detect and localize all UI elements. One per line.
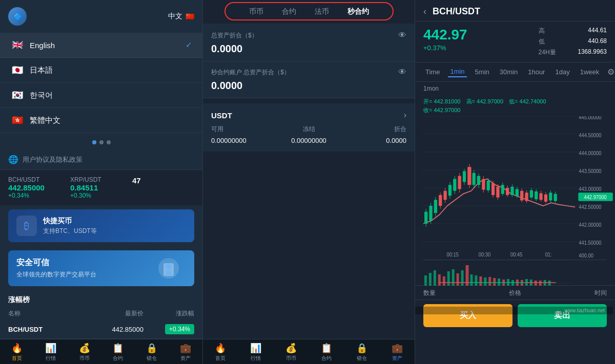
lang-item-korean[interactable]: 🇰🇷 한국어 bbox=[0, 83, 202, 108]
nav-coin[interactable]: 💰 币币 bbox=[68, 342, 101, 362]
change-badge: +0.34% bbox=[165, 324, 194, 334]
svg-rect-95 bbox=[475, 275, 477, 286]
value-xrp: 0.84511 bbox=[70, 183, 132, 192]
tab-contract[interactable]: 合约 bbox=[278, 5, 300, 18]
safe-banner[interactable]: 安全可信 全球领先的数字资产交易平台 bbox=[8, 250, 194, 286]
tab-30min[interactable]: 30min bbox=[498, 67, 520, 77]
svg-text:00:45: 00:45 bbox=[510, 252, 523, 258]
high-value: 444.61 bbox=[578, 27, 607, 35]
candlestick-chart: 442.97000 445.00000 444.50000 444.00000 … bbox=[423, 116, 615, 260]
svg-rect-87 bbox=[438, 274, 441, 286]
account-assets-value: 0.0000 bbox=[211, 80, 406, 92]
col-price: 最新价 bbox=[76, 309, 144, 318]
change-xrp: +0.30% bbox=[70, 192, 132, 199]
col-available: 可用 bbox=[211, 125, 276, 134]
nav-home[interactable]: 🔥 首页 bbox=[0, 342, 34, 362]
tab-coin-label: 币币 bbox=[249, 7, 263, 15]
nav-market-mid[interactable]: 📊 行情 bbox=[238, 342, 274, 362]
lang-label-japanese: 日本語 bbox=[30, 66, 53, 75]
flag-cn: 🇨🇳 bbox=[186, 12, 194, 20]
dot-2 bbox=[99, 140, 104, 144]
assets-icon: 💼 bbox=[180, 342, 191, 354]
price-xrp[interactable]: XRP/USDT 0.84511 +0.30% bbox=[70, 176, 132, 199]
tab-fiat[interactable]: 法币 bbox=[311, 5, 333, 18]
price-other: 47 bbox=[132, 176, 194, 199]
price-bch[interactable]: BCH/USDT 442.85000 +0.34% bbox=[8, 176, 70, 199]
tab-1week[interactable]: 1week bbox=[578, 67, 602, 77]
svg-text:00:15: 00:15 bbox=[446, 252, 459, 258]
user-policy-text: 用户协议及隐私政策 bbox=[23, 155, 83, 164]
tab-time[interactable]: Time bbox=[423, 67, 442, 77]
trade-time-label: 时间 bbox=[594, 289, 607, 297]
svg-point-2 bbox=[166, 264, 172, 270]
chart-settings-icon[interactable]: ⚙ bbox=[607, 67, 614, 77]
nav-coin-label: 币币 bbox=[79, 355, 90, 362]
total-assets-section: 总资产折合（$） 👁 0.0000 bbox=[203, 24, 415, 61]
volume-svg bbox=[423, 260, 607, 286]
nav-assets-mid[interactable]: 💼 资产 bbox=[379, 342, 415, 362]
nav-lock-mid[interactable]: 🔒 锁仓 bbox=[344, 342, 379, 362]
price-left: 442.97 +0.37% bbox=[423, 27, 467, 52]
tab-1hour[interactable]: 1hour bbox=[526, 67, 547, 77]
volume-chart bbox=[423, 260, 607, 285]
lang-item-japanese[interactable]: 🇯🇵 日本語 bbox=[0, 58, 202, 83]
account-assets-header: 秒合约账户 总资产折合（$） 👁 bbox=[211, 68, 406, 77]
promo-title: 快捷买币 bbox=[43, 217, 97, 226]
usdt-columns: 可用 冻结 折合 bbox=[211, 125, 406, 134]
right-header: ‹ BCH/USDT bbox=[415, 0, 615, 22]
total-assets-label-text: 总资产折合（$） bbox=[211, 31, 258, 40]
nav-contract-label: 合约 bbox=[113, 355, 123, 362]
home-icon: 🔥 bbox=[11, 342, 23, 354]
eye-toggle-total[interactable]: 👁 bbox=[398, 31, 406, 40]
svg-rect-92 bbox=[461, 270, 464, 286]
usdt-values: 0.00000000 0.00000000 0.0000 bbox=[211, 137, 406, 144]
table-row[interactable]: BCH/USDT 442.85000 +0.34% bbox=[0, 320, 202, 339]
dot-3 bbox=[107, 140, 111, 144]
lang-item-english[interactable]: 🇬🇧 English ✓ bbox=[0, 33, 202, 58]
lang-item-traditional[interactable]: 🇭🇰 繁體中文 bbox=[0, 108, 202, 133]
low-label: 低 bbox=[539, 37, 568, 46]
coin-icon-mid: 💰 bbox=[285, 342, 297, 354]
tab-second-contract[interactable]: 秒合约 bbox=[343, 5, 373, 18]
tab-5min[interactable]: 5min bbox=[473, 67, 491, 77]
high-label: 高 bbox=[539, 27, 568, 35]
nav-contract-mid[interactable]: 📋 合约 bbox=[309, 342, 344, 362]
language-list: 🇬🇧 English ✓ 🇯🇵 日本語 🇰🇷 한국어 bbox=[0, 33, 202, 135]
promo-banner[interactable]: ₿ 快捷买币 支持BTC、USDT等 bbox=[8, 209, 194, 242]
eye-toggle-account[interactable]: 👁 bbox=[398, 68, 406, 77]
nav-lock[interactable]: 🔒 锁仓 bbox=[135, 342, 169, 362]
svg-text:443.00000: 443.00000 bbox=[579, 186, 602, 192]
svg-rect-84 bbox=[424, 275, 427, 286]
coin-icon: 💰 bbox=[79, 342, 90, 354]
nav-home-label: 首页 bbox=[12, 355, 22, 362]
flag-english: 🇬🇧 bbox=[10, 40, 25, 50]
market-icon-mid: 📊 bbox=[250, 342, 261, 354]
svg-rect-98 bbox=[488, 277, 491, 286]
tab-coin[interactable]: 币币 bbox=[245, 5, 268, 18]
val-available: 0.00000000 bbox=[211, 137, 276, 144]
user-policy[interactable]: 🌐 用户协议及隐私政策 bbox=[0, 149, 202, 170]
change-bch: +0.34% bbox=[8, 192, 70, 199]
svg-rect-88 bbox=[443, 276, 445, 286]
nav-home-mid[interactable]: 🔥 首页 bbox=[203, 342, 238, 362]
value-bch: 442.85000 bbox=[8, 183, 70, 192]
total-assets-label: 总资产折合（$） 👁 bbox=[211, 31, 406, 40]
current-lang[interactable]: 中文 🇨🇳 bbox=[168, 12, 194, 21]
tab-1min[interactable]: 1min bbox=[448, 67, 466, 77]
nav-market[interactable]: 📊 行情 bbox=[34, 342, 68, 362]
usdt-arrow[interactable]: › bbox=[404, 111, 406, 120]
promo-text: 快捷买币 支持BTC、USDT等 bbox=[43, 217, 97, 235]
rank-title: 涨幅榜 bbox=[8, 295, 30, 305]
nav-coin-mid[interactable]: 💰 币币 bbox=[274, 342, 309, 362]
nav-assets[interactable]: 💼 资产 bbox=[169, 342, 202, 362]
back-button[interactable]: ‹ bbox=[423, 6, 426, 17]
usdt-section: USDT › 可用 冻结 折合 0.00000000 0.00000000 0.… bbox=[203, 103, 415, 152]
chart-svg: 442.97000 445.00000 444.50000 444.00000 … bbox=[423, 116, 615, 260]
lang-item-left: 🇭🇰 繁體中文 bbox=[10, 115, 60, 125]
nav-contract[interactable]: 📋 合约 bbox=[101, 342, 135, 362]
total-assets-value: 0.0000 bbox=[211, 43, 406, 55]
svg-text:442.00000: 442.00000 bbox=[579, 222, 602, 228]
current-lang-text: 中文 bbox=[168, 12, 182, 21]
svg-rect-97 bbox=[484, 277, 486, 286]
tab-1day[interactable]: 1day bbox=[553, 67, 571, 77]
